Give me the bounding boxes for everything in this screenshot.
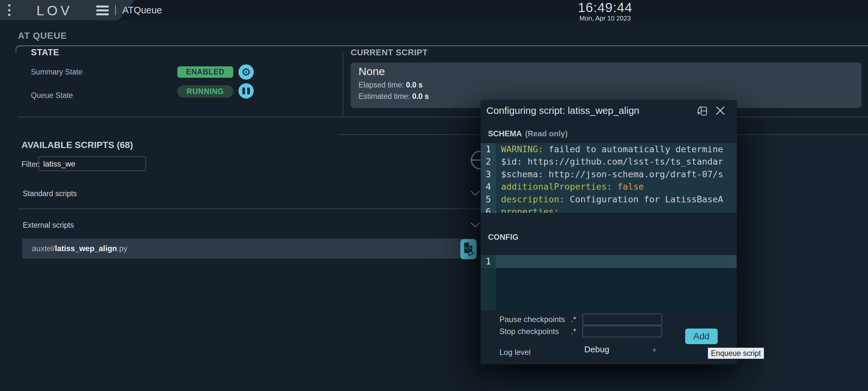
stop-checkpoints-input[interactable] (582, 326, 662, 337)
modal-title: Configuring script: latiss_wep_align (486, 105, 639, 116)
schema-code-line: 1WARNING: failed to automatically determ… (481, 143, 737, 156)
page-title: AT QUEUE (18, 31, 67, 41)
add-button[interactable]: Add (685, 329, 718, 344)
stop-checkpoints-label: Stop checkpoints (499, 327, 559, 336)
schema-readonly-label: (Read only) (525, 129, 568, 138)
summary-state-command-button[interactable]: ⚙ (239, 64, 254, 80)
config-heading: CONFIG (488, 233, 518, 242)
schema-code-line: 3$schema: http://json-schema.org/draft-0… (481, 168, 737, 181)
panel-top-border (16, 45, 868, 53)
configure-script-modal: Configuring script: latiss_wep_align SCH… (480, 100, 737, 364)
queue-state-badge: RUNNING (177, 85, 233, 98)
svg-text:</>: </> (465, 246, 472, 251)
logo-separator (115, 5, 116, 15)
log-level-value: Debug (584, 345, 609, 355)
pause-checkpoints-regex-hint: .* (571, 315, 576, 324)
schema-editor[interactable]: 1WARNING: failed to automatically determ… (481, 143, 737, 213)
close-modal-button[interactable] (714, 104, 726, 117)
horizontal-divider-top (18, 117, 868, 118)
filter-label: Filter: (22, 160, 40, 169)
love-logo: LOV (36, 3, 72, 19)
state-heading: STATE (31, 47, 59, 58)
config-editor[interactable]: 1 (481, 255, 737, 310)
pause-checkpoints-input[interactable] (582, 314, 662, 325)
dropdown-caret-icon: ▼ (651, 347, 657, 354)
available-scripts-heading: AVAILABLE SCRIPTS (68) (22, 140, 133, 150)
schema-code-line: 4additionalProperties: false (481, 181, 737, 193)
estimated-time-row: Estimated time: 0.0 s (359, 92, 429, 101)
estimated-time-value: 0.0 s (412, 92, 429, 100)
standard-scripts-group[interactable]: Standard scripts (18, 186, 485, 201)
schema-code-line: 6▾properties: (481, 205, 737, 213)
script-launch-icon: </> (463, 241, 474, 257)
log-level-select[interactable]: Debug ▼ (582, 343, 660, 356)
schema-code-line: 2$id: https://github.com/lsst-ts/ts_stan… (481, 156, 737, 168)
chevron-down-icon (470, 191, 480, 197)
summary-state-badge: ENABLED (177, 66, 233, 78)
standard-scripts-label: Standard scripts (23, 189, 77, 198)
pause-checkpoints-label: Pause checkpoints (499, 315, 565, 324)
elapsed-time-row: Elapsed time: 0.0 s (359, 81, 423, 90)
resize-icon (696, 104, 709, 117)
current-script-heading: CURRENT SCRIPT (351, 47, 428, 58)
clock-time: 16:49:44 (570, 0, 640, 15)
clock-date: Mon, Apr 10 2023 (570, 15, 640, 22)
pause-icon (242, 88, 250, 94)
external-scripts-label: External scripts (23, 221, 74, 230)
chevron-down-icon (470, 222, 480, 229)
schema-heading: SCHEMA(Read only) (488, 129, 568, 138)
fold-caret-icon: ▾ (494, 206, 496, 213)
schema-code-line: 5description: Configuration for LatissBa… (481, 193, 737, 205)
script-path: auxtel/latiss_wep_align.py (32, 238, 127, 259)
external-scripts-group[interactable]: External scripts (18, 217, 485, 233)
close-icon (715, 105, 725, 116)
group-divider (18, 208, 485, 209)
configure-script-button[interactable]: </> (460, 239, 476, 259)
queue-state-label: Queue State (31, 91, 73, 100)
menu-icon[interactable] (6, 4, 12, 16)
stop-checkpoints-regex-hint: .* (571, 327, 576, 336)
clock: 16:49:44 Mon, Apr 10 2023 (570, 0, 640, 22)
atqueue-page: LOV ATQueue 16:49:44 Mon, Apr 10 2023 AT… (0, 0, 868, 391)
top-bar: LOV ATQueue 16:49:44 Mon, Apr 10 2023 (0, 0, 868, 20)
pause-queue-button[interactable] (239, 83, 254, 99)
current-script-name: None (359, 65, 385, 78)
love-logo-e-icon (96, 5, 108, 15)
elapsed-time-value: 0.0 s (406, 81, 423, 89)
app-title: ATQueue (122, 5, 162, 15)
filter-input[interactable] (38, 157, 146, 171)
column-divider (343, 52, 343, 117)
summary-state-label: Summary State (31, 68, 83, 76)
enqueue-script-tooltip: Enqueue script (708, 348, 764, 359)
script-list-item[interactable]: auxtel/latiss_wep_align.py (22, 238, 476, 259)
resize-button[interactable] (696, 104, 709, 117)
gear-icon: ⚙ (241, 67, 251, 77)
log-level-label: Log level (499, 348, 531, 357)
config-code-line: 1 (481, 255, 737, 268)
